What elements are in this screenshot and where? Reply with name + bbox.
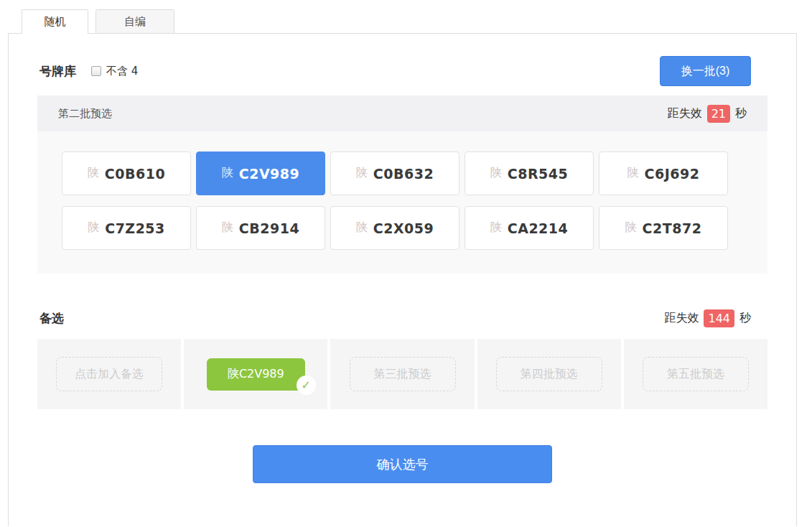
backup-cell: 第五批预选 [624, 339, 767, 409]
exclude-4-label: 不含 4 [106, 65, 138, 78]
preselect-band: 第二批预选 距失效 21 秒 [37, 95, 767, 131]
backup-cell: 第三批预选 [330, 339, 474, 409]
batch-expire-prefix: 距失效 [668, 106, 702, 121]
library-title: 号牌库 [39, 63, 76, 80]
plate-number: CB2914 [239, 220, 299, 236]
backup-cell: 陕C2V989 ✓ [184, 339, 327, 409]
batch-expire-suffix: 秒 [735, 106, 747, 121]
plate-province: 陕 [88, 166, 99, 181]
tab-random[interactable]: 随机 [22, 9, 88, 34]
plate-province: 陕 [625, 220, 637, 235]
plate-card[interactable]: 陕 C0B632 [330, 151, 459, 195]
plate-card-selected[interactable]: 陕 C2V989 [196, 151, 325, 195]
batch-expire: 距失效 21 秒 [668, 105, 747, 123]
check-icon: ✓ [297, 376, 316, 395]
plate-card[interactable]: 陕 CB2914 [196, 206, 325, 250]
plate-province: 陕 [627, 166, 639, 181]
plate-card[interactable]: 陕 C0B610 [62, 151, 191, 195]
backup-slot-row: 点击加入备选 陕C2V989 ✓ 第三批预选 第四批预选 第五批预选 [37, 339, 767, 409]
backup-expire-prefix: 距失效 [664, 311, 699, 326]
backup-slot-add[interactable]: 点击加入备选 [56, 357, 162, 391]
plate-card[interactable]: 陕 C7Z253 [62, 206, 191, 250]
tab-custom[interactable]: 自编 [95, 9, 174, 34]
confirm-selection-button[interactable]: 确认选号 [253, 445, 552, 483]
plate-number: C2V989 [239, 166, 300, 182]
exclude-4-checkbox-wrap[interactable]: 不含 4 [91, 65, 138, 78]
plate-number: C8R545 [508, 166, 568, 182]
plate-number: C6J692 [645, 166, 700, 182]
plate-province: 陕 [490, 166, 502, 181]
refresh-batch-button[interactable]: 换一批(3) [660, 56, 751, 86]
plate-province: 陕 [356, 166, 368, 181]
backup-expire-seconds-badge: 144 [704, 309, 734, 327]
plate-number: C2X059 [373, 220, 434, 236]
backup-slot-filled[interactable]: 陕C2V989 ✓ [207, 358, 305, 391]
plate-number: C7Z253 [105, 220, 165, 236]
plate-number: CA2214 [508, 220, 569, 236]
main-panel: 号牌库 不含 4 换一批(3) 第二批预选 距失效 21 秒 陕 C0B610 … [8, 33, 797, 526]
plate-number: C2T872 [643, 220, 702, 236]
preselect-section: 第二批预选 距失效 21 秒 陕 C0B610 陕 C2V989 陕 C0B63… [37, 95, 767, 274]
tab-bar: 随机 自编 [8, 0, 812, 33]
library-header-row: 号牌库 不含 4 换一批(3) [9, 34, 796, 86]
plate-grid: 陕 C0B610 陕 C2V989 陕 C0B632 陕 C8R545 陕 C6… [37, 131, 767, 274]
plate-province: 陕 [490, 220, 502, 235]
backup-slot-batch3[interactable]: 第三批预选 [350, 357, 456, 391]
plate-province: 陕 [88, 220, 99, 235]
batch-title: 第二批预选 [58, 107, 112, 121]
backup-expire: 距失效 144 秒 [664, 309, 751, 327]
backup-slot-batch4[interactable]: 第四批预选 [496, 357, 602, 391]
plate-province: 陕 [356, 220, 368, 235]
plate-card[interactable]: 陕 C6J692 [599, 151, 728, 195]
plate-province: 陕 [222, 220, 233, 235]
backup-cell: 点击加入备选 [37, 339, 181, 409]
backup-cell: 第四批预选 [477, 339, 621, 409]
plate-card[interactable]: 陕 C2T872 [599, 206, 728, 250]
backup-slot-batch5[interactable]: 第五批预选 [643, 357, 749, 391]
plate-card[interactable]: 陕 C2X059 [330, 206, 459, 250]
plate-card[interactable]: 陕 C8R545 [465, 151, 594, 195]
backup-slot-plate-label: 陕C2V989 [228, 367, 284, 382]
exclude-4-checkbox[interactable] [91, 66, 101, 76]
backup-header-row: 备选 距失效 144 秒 [9, 274, 796, 327]
backup-expire-suffix: 秒 [739, 311, 751, 326]
batch-expire-seconds-badge: 21 [707, 105, 730, 123]
plate-card[interactable]: 陕 CA2214 [465, 206, 594, 250]
backup-title: 备选 [39, 310, 64, 327]
plate-number: C0B610 [105, 166, 165, 182]
plate-province: 陕 [222, 166, 233, 181]
plate-number: C0B632 [373, 166, 434, 182]
